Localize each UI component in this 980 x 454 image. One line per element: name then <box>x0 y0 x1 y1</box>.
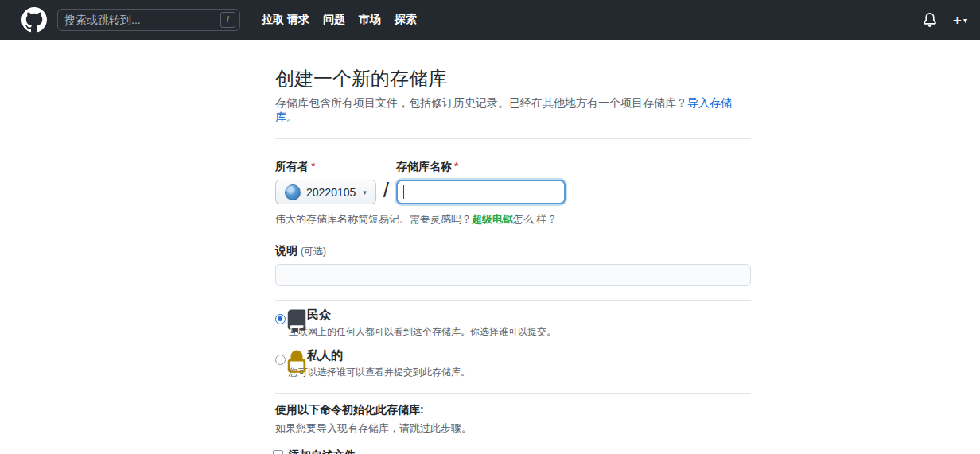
owner-field: 所有者* 20220105 ▾ <box>275 160 376 204</box>
search-input[interactable] <box>57 9 240 31</box>
repo-name-label: 存储库名称* <box>396 160 566 174</box>
header-right: + ▾ <box>923 13 967 28</box>
description-label-text: 说明 <box>275 244 298 257</box>
bell-icon[interactable] <box>923 13 937 27</box>
description-label: 说明(可选) <box>275 244 751 258</box>
owner-select-button[interactable]: 20220105 ▾ <box>275 180 376 204</box>
owner-selected-value: 20220105 <box>306 186 356 199</box>
divider <box>275 300 751 301</box>
repo-name-required-asterisk: * <box>454 160 458 173</box>
plus-icon: + <box>953 13 962 28</box>
page-title: 创建一个新的存储库 <box>275 66 751 91</box>
init-note: 如果您要导入现有存储库，请跳过此步骤。 <box>275 421 751 436</box>
visibility-option-public: 民众 互联网上的任何人都可以看到这个存储库。你选择谁可以提交。 <box>275 308 751 339</box>
readme-label: 添加自述文件 <box>289 448 751 454</box>
public-description: 互联网上的任何人都可以看到这个存储库。你选择谁可以提交。 <box>289 325 751 339</box>
create-repository-page: 创建一个新的存储库 存储库包含所有项目文件，包括修订历史记录。已经在其他地方有一… <box>275 66 751 454</box>
add-readme-row: 添加自述文件 在这里您可以为您的项目编写详细的描述。 了解更多。 <box>275 448 751 454</box>
intro-period: 。 <box>286 111 298 123</box>
chevron-down-icon: ▾ <box>363 188 367 196</box>
owner-required-asterisk: * <box>311 160 315 173</box>
init-heading: 使用以下命令初始化此存储库: <box>275 403 751 417</box>
intro-text: 存储库包含所有项目文件，包括修订历史记录。已经在其他地方有一个项目存储库？ <box>275 96 687 109</box>
repo-name-label-text: 存储库名称 <box>396 160 452 173</box>
description-optional-text: (可选) <box>301 246 326 257</box>
public-label: 民众 <box>307 308 751 323</box>
visibility-option-private: 私人的 您可以选择谁可以查看并提交到此存储库。 <box>275 348 751 379</box>
owner-label-text: 所有者 <box>275 160 309 173</box>
lock-icon <box>285 349 309 378</box>
divider <box>275 138 751 139</box>
readme-checkbox[interactable] <box>273 450 283 454</box>
nav-issues[interactable]: 问题 <box>323 13 345 27</box>
create-new-menu[interactable]: + ▾ <box>953 13 967 28</box>
page-intro: 存储库包含所有项目文件，包括修订历史记录。已经在其他地方有一个项目存储库？导入存… <box>275 96 751 125</box>
top-header: / 拉取 请求 问题 市场 探索 + ▾ <box>0 0 980 40</box>
header-nav: 拉取 请求 问题 市场 探索 <box>248 13 417 27</box>
owner-label: 所有者* <box>275 160 376 174</box>
description-input[interactable] <box>275 264 751 286</box>
caret-down-icon: ▾ <box>963 16 967 25</box>
owner-and-name-row: 所有者* 20220105 ▾ / 存储库名称* <box>275 160 751 204</box>
nav-pull-requests[interactable]: 拉取 请求 <box>262 13 309 27</box>
text-cursor <box>403 185 404 199</box>
hint-lead: 伟大的存储库名称简短易记。需要灵感吗？ <box>275 213 472 225</box>
owner-name-separator: / <box>383 178 389 203</box>
slash-key-hint: / <box>220 12 235 28</box>
private-label: 私人的 <box>307 348 751 363</box>
suggested-name-link[interactable]: 超级电锯 <box>472 213 513 225</box>
repo-name-input[interactable] <box>396 180 566 204</box>
private-description: 您可以选择谁可以查看并提交到此存储库。 <box>289 366 751 379</box>
divider <box>275 393 751 394</box>
owner-avatar <box>285 184 301 200</box>
header-search: / <box>57 9 240 31</box>
repo-icon <box>285 308 309 338</box>
readme-label-text: 添加自述文件 <box>289 448 356 454</box>
nav-explore[interactable]: 探索 <box>395 13 417 27</box>
hint-tail: 怎么 样？ <box>513 213 558 225</box>
repo-name-hint: 伟大的存储库名称简短易记。需要灵感吗？超级电锯怎么 样？ <box>275 212 751 227</box>
github-logo-icon[interactable] <box>21 7 47 33</box>
nav-marketplace[interactable]: 市场 <box>359 13 381 27</box>
repo-name-field: 存储库名称* <box>396 160 566 204</box>
